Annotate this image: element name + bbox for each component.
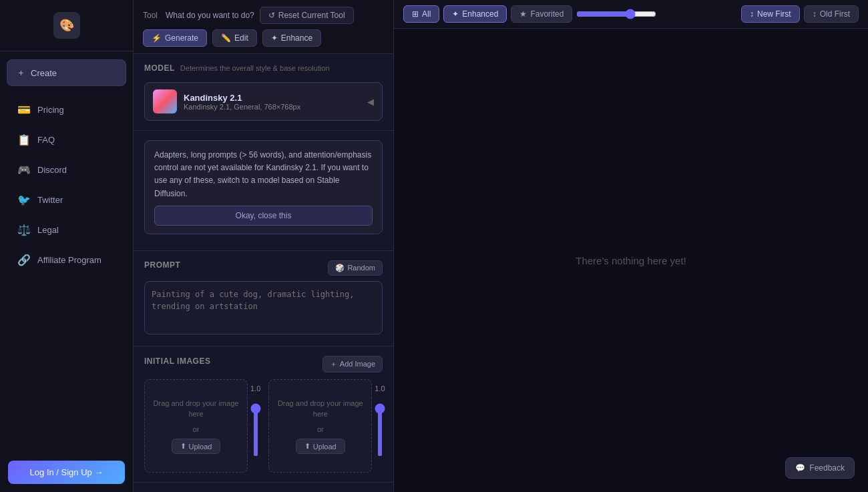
upload-button-2[interactable]: ⬆ Upload — [296, 439, 345, 454]
slot-1-strength-slider[interactable] — [254, 403, 258, 457]
sort-new-icon: ↕ — [750, 9, 754, 19]
twitter-icon: 🐦 — [17, 194, 31, 206]
prompt-label: Prompt — [144, 260, 180, 270]
sort-buttons: ↕ New First ↕ Old First — [741, 5, 859, 23]
enhance-icon: ✦ — [271, 33, 278, 43]
random-icon: 🎲 — [335, 264, 345, 272]
sidebar-item-twitter[interactable]: 🐦 Twitter — [5, 186, 128, 214]
images-header: Initial Images ＋ Add Image — [144, 356, 383, 373]
filter-enhanced-button[interactable]: ✦ Enhanced — [443, 5, 507, 23]
logo-icon: 🎨 — [53, 12, 80, 39]
drag-text-1: Drag and drop your image here — [152, 398, 240, 420]
warning-section: Adapters, long prompts (> 56 words), and… — [134, 131, 393, 251]
slot-1-controls: 1.0 — [250, 379, 260, 473]
main-panel: Tool What do you want to do? ↺ Reset Cur… — [134, 0, 394, 492]
model-sub: Kandinsky 2.1, General, 768×768px — [184, 103, 300, 111]
image-slot-1-wrapper: Drag and drop your image here or ⬆ Uploa… — [144, 379, 260, 473]
sidebar-item-discord[interactable]: 🎮 Discord — [5, 156, 128, 184]
right-toolbar: ⊞ All ✦ Enhanced ★ Favorited ↕ New First… — [394, 0, 868, 29]
or-text-2: or — [317, 424, 324, 435]
all-icon: ⊞ — [412, 9, 419, 19]
tool-question: What do you want to do? — [166, 11, 254, 20]
slot-2-strength-slider[interactable] — [378, 403, 382, 457]
model-avatar — [153, 89, 177, 113]
slot-1-strength-value: 1.0 — [250, 385, 260, 393]
sidebar-nav: 💳 Pricing 📋 FAQ 🎮 Discord 🐦 Twitter ⚖️ L… — [0, 94, 133, 276]
prompt-header: Prompt 🎲 Random — [144, 260, 383, 276]
prompt-section: Prompt 🎲 Random — [134, 251, 393, 346]
plus-add-icon: ＋ — [330, 359, 337, 369]
pricing-icon: 💳 — [17, 103, 31, 116]
right-panel: ⊞ All ✦ Enhanced ★ Favorited ↕ New First… — [394, 0, 868, 492]
tool-label: Tool — [143, 11, 158, 20]
model-section-title: Model — [144, 63, 175, 73]
sidebar-item-pricing[interactable]: 💳 Pricing — [5, 95, 128, 124]
model-section: Model Determines the overall style & bas… — [134, 54, 393, 131]
toolbar: Tool What do you want to do? ↺ Reset Cur… — [134, 0, 393, 54]
add-image-button[interactable]: ＋ Add Image — [322, 356, 383, 373]
sidebar-logo: 🎨 — [0, 0, 133, 51]
empty-state: There's nothing here yet! — [394, 29, 868, 492]
sidebar-item-legal[interactable]: ⚖️ Legal — [5, 216, 128, 244]
image-slots: Drag and drop your image here or ⬆ Uploa… — [144, 379, 383, 473]
sidebar-bottom: Log In / Sign Up → — [0, 453, 133, 492]
warning-box: Adapters, long prompts (> 56 words), and… — [144, 140, 383, 234]
upload-icon-2: ⬆ — [304, 442, 310, 451]
enhanced-icon: ✦ — [452, 9, 459, 19]
reset-icon: ↺ — [268, 11, 275, 20]
prompt-input[interactable] — [144, 281, 383, 334]
quality-slider[interactable] — [576, 9, 656, 19]
plus-icon: ＋ — [17, 67, 25, 79]
initial-images-label: Initial Images — [144, 356, 210, 366]
or-text-1: or — [193, 424, 200, 435]
quality-slider-wrapper — [576, 9, 656, 19]
close-warning-button[interactable]: Okay, close this — [154, 206, 373, 226]
sort-old-icon: ↕ — [813, 9, 817, 19]
slot-2-strength-value: 1.0 — [375, 385, 385, 393]
model-name: Kandinsky 2.1 — [184, 93, 300, 103]
feedback-button[interactable]: 💬 Feedback — [785, 457, 855, 479]
star-icon: ★ — [519, 9, 527, 19]
generate-button[interactable]: ⚡ Generate — [143, 29, 207, 47]
negative-prompt-section: Negative Prompt ✕ Clear General ◀ — [134, 483, 393, 492]
sidebar-item-faq[interactable]: 📋 FAQ — [5, 126, 128, 154]
legal-icon: ⚖️ — [17, 224, 31, 236]
sort-old-first-button[interactable]: ↕ Old First — [804, 5, 859, 23]
edit-icon: ✏️ — [221, 33, 231, 43]
generate-icon: ⚡ — [152, 33, 162, 43]
sidebar: 🎨 ＋ Create 💳 Pricing 📋 FAQ 🎮 Discord 🐦 T… — [0, 0, 134, 492]
upload-button-1[interactable]: ⬆ Upload — [172, 439, 221, 454]
sidebar-login-button[interactable]: Log In / Sign Up → — [8, 461, 125, 484]
sidebar-item-affiliate[interactable]: 🔗 Affiliate Program — [5, 246, 128, 274]
affiliate-icon: 🔗 — [17, 254, 31, 266]
drag-text-2: Drag and drop your image here — [276, 398, 365, 420]
image-slot-2[interactable]: Drag and drop your image here or ⬆ Uploa… — [268, 379, 372, 473]
faq-icon: 📋 — [17, 134, 31, 146]
reset-button[interactable]: ↺ Reset Current Tool — [260, 7, 354, 24]
feedback-icon: 💬 — [795, 463, 805, 473]
create-button[interactable]: ＋ Create — [7, 59, 126, 86]
filter-all-button[interactable]: ⊞ All — [403, 5, 439, 23]
image-slot-2-wrapper: Drag and drop your image here or ⬆ Uploa… — [268, 379, 385, 473]
model-arrow-icon: ◀ — [367, 97, 374, 107]
initial-images-section: Initial Images ＋ Add Image Drag and drop… — [134, 346, 393, 483]
random-button[interactable]: 🎲 Random — [328, 260, 383, 276]
enhance-button[interactable]: ✦ Enhance — [262, 29, 321, 47]
upload-icon-1: ⬆ — [180, 442, 186, 451]
slot-2-controls: 1.0 — [375, 379, 385, 473]
image-slot-1[interactable]: Drag and drop your image here or ⬆ Uploa… — [144, 379, 248, 473]
model-section-sub: Determines the overall style & base reso… — [180, 64, 330, 72]
sort-new-first-button[interactable]: ↕ New First — [741, 5, 800, 23]
model-info: Kandinsky 2.1 Kandinsky 2.1, General, 76… — [184, 93, 300, 111]
edit-button[interactable]: ✏️ Edit — [212, 29, 257, 47]
model-card[interactable]: Kandinsky 2.1 Kandinsky 2.1, General, 76… — [144, 82, 383, 121]
filter-favorited-button[interactable]: ★ Favorited — [511, 5, 572, 23]
discord-icon: 🎮 — [17, 164, 31, 176]
